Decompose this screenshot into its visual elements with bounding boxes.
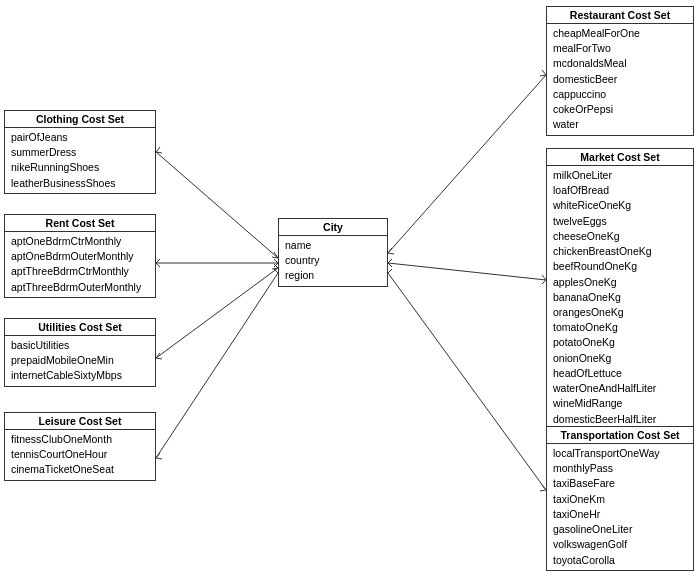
leisure-attr-0: fitnessClubOneMonth	[11, 432, 149, 447]
svg-line-29	[388, 273, 546, 490]
city-box: City name country region	[278, 218, 388, 287]
svg-line-20	[388, 248, 392, 253]
rent-attr-3: aptThreeBdrmOuterMonthly	[11, 280, 149, 295]
svg-line-4	[156, 152, 162, 153]
utilities-title: Utilities Cost Set	[5, 319, 155, 336]
svg-line-10	[156, 268, 278, 358]
market-title: Market Cost Set	[547, 149, 693, 166]
market-attr-1: loafOfBread	[553, 183, 687, 198]
restaurant-title: Restaurant Cost Set	[547, 7, 693, 24]
utilities-box: Utilities Cost Set basicUtilities prepai…	[4, 318, 156, 387]
transport-attr-1: monthlyPass	[553, 461, 687, 476]
utilities-attr-1: prepaidMobileOneMin	[11, 353, 149, 368]
svg-line-0	[156, 152, 278, 258]
market-attr-4: cheeseOneKg	[553, 229, 687, 244]
market-attr-10: tomatoOneKg	[553, 320, 687, 335]
city-attr-country: country	[285, 253, 381, 268]
transport-attr-0: localTransportOneWay	[553, 446, 687, 461]
city-attrs: name country region	[279, 236, 387, 286]
market-attr-0: milkOneLiter	[553, 168, 687, 183]
svg-line-30	[388, 269, 392, 273]
market-attr-2: whiteRiceOneKg	[553, 198, 687, 213]
city-title: City	[279, 219, 387, 236]
svg-line-19	[388, 75, 546, 253]
leisure-title: Leisure Cost Set	[5, 413, 155, 430]
market-attr-14: waterOneAndHalfLiter	[553, 381, 687, 396]
svg-line-24	[388, 263, 546, 280]
transport-attr-4: taxiOneHr	[553, 507, 687, 522]
utilities-attr-0: basicUtilities	[11, 338, 149, 353]
svg-line-17	[156, 453, 160, 458]
restaurant-attr-0: cheapMealForOne	[553, 26, 687, 41]
svg-line-26	[388, 263, 392, 267]
diagram: City name country region Clothing Cost S…	[0, 0, 700, 581]
transport-attrs: localTransportOneWay monthlyPass taxiBas…	[547, 444, 693, 570]
svg-line-25	[388, 259, 392, 263]
rent-attr-2: aptThreeBdrmCtrMonthly	[11, 264, 149, 279]
restaurant-attr-2: mcdonaldsMeal	[553, 56, 687, 71]
transport-title: Transportation Cost Set	[547, 427, 693, 444]
leisure-attr-1: tennisCourtOneHour	[11, 447, 149, 462]
market-attr-15: wineMidRange	[553, 396, 687, 411]
clothing-attr-1: summerDress	[11, 145, 149, 160]
restaurant-attr-5: cokeOrPepsi	[553, 102, 687, 117]
market-attr-6: beefRoundOneKg	[553, 259, 687, 274]
svg-line-18	[156, 458, 162, 459]
transport-attr-7: toyotaCorolla	[553, 553, 687, 568]
transport-attr-3: taxiOneKm	[553, 492, 687, 507]
clothing-box: Clothing Cost Set pairOfJeans summerDres…	[4, 110, 156, 194]
svg-line-8	[156, 259, 160, 263]
restaurant-box: Restaurant Cost Set cheapMealForOne meal…	[546, 6, 694, 136]
market-attr-11: potatoOneKg	[553, 335, 687, 350]
restaurant-attr-4: cappuccino	[553, 87, 687, 102]
market-attrs: milkOneLiter loafOfBread whiteRiceOneKg …	[547, 166, 693, 459]
svg-line-13	[156, 353, 160, 358]
rent-attrs: aptOneBdrmCtrMonthly aptOneBdrmOuterMont…	[5, 232, 155, 297]
restaurant-attrs: cheapMealForOne mealForTwo mcdonaldsMeal…	[547, 24, 693, 135]
market-box: Market Cost Set milkOneLiter loafOfBread…	[546, 148, 694, 460]
market-attr-13: headOfLettuce	[553, 366, 687, 381]
utilities-attrs: basicUtilities prepaidMobileOneMin inter…	[5, 336, 155, 386]
transport-box: Transportation Cost Set localTransportOn…	[546, 426, 694, 571]
transport-attr-2: taxiBaseFare	[553, 476, 687, 491]
market-attr-8: bananaOneKg	[553, 290, 687, 305]
leisure-box: Leisure Cost Set fitnessClubOneMonth ten…	[4, 412, 156, 481]
city-attr-region: region	[285, 268, 381, 283]
svg-line-21	[388, 253, 394, 254]
transport-attr-6: volkswagenGolf	[553, 537, 687, 552]
market-attr-7: applesOneKg	[553, 275, 687, 290]
city-attr-name: name	[285, 238, 381, 253]
clothing-attrs: pairOfJeans summerDress nikeRunningShoes…	[5, 128, 155, 193]
svg-line-14	[156, 358, 162, 359]
leisure-attr-2: cinemaTicketOneSeat	[11, 462, 149, 477]
rent-title: Rent Cost Set	[5, 215, 155, 232]
market-attr-9: orangesOneKg	[553, 305, 687, 320]
utilities-attr-2: internetCableSixtyMbps	[11, 368, 149, 383]
market-attr-12: onionOneKg	[553, 351, 687, 366]
leisure-attrs: fitnessClubOneMonth tennisCourtOneHour c…	[5, 430, 155, 480]
restaurant-attr-3: domesticBeer	[553, 72, 687, 87]
clothing-title: Clothing Cost Set	[5, 111, 155, 128]
rent-attr-0: aptOneBdrmCtrMonthly	[11, 234, 149, 249]
rent-attr-1: aptOneBdrmOuterMonthly	[11, 249, 149, 264]
market-attr-5: chickenBreastOneKg	[553, 244, 687, 259]
clothing-attr-2: nikeRunningShoes	[11, 160, 149, 175]
rent-box: Rent Cost Set aptOneBdrmCtrMonthly aptOn…	[4, 214, 156, 298]
svg-line-3	[156, 147, 160, 152]
market-attr-3: twelveEggs	[553, 214, 687, 229]
restaurant-attr-1: mealForTwo	[553, 41, 687, 56]
market-attr-16: domesticBeerHalfLiter	[553, 412, 687, 427]
restaurant-attr-6: water	[553, 117, 687, 132]
clothing-attr-3: leatherBusinessShoes	[11, 176, 149, 191]
svg-line-15	[156, 273, 278, 458]
transport-attr-5: gasolineOneLiter	[553, 522, 687, 537]
clothing-attr-0: pairOfJeans	[11, 130, 149, 145]
svg-line-9	[156, 263, 160, 267]
